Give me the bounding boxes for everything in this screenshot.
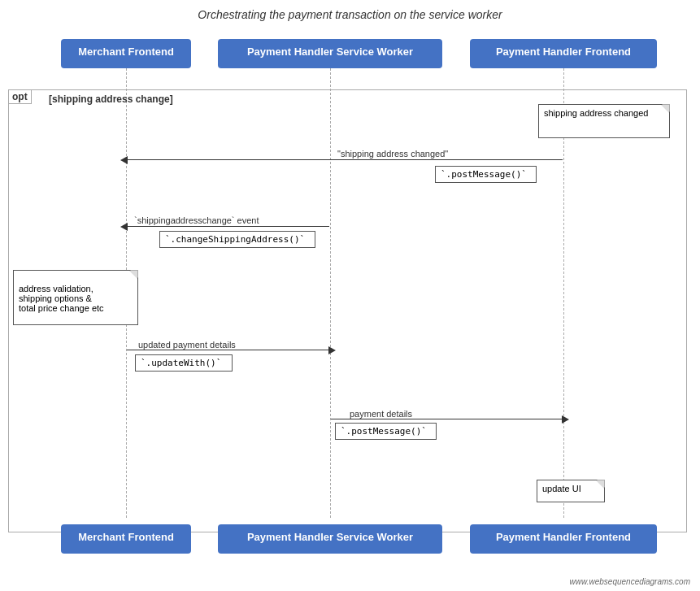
arrow2-label: `shippingaddresschange` event xyxy=(134,215,259,225)
method-postmessage2: `.postMessage()` xyxy=(335,423,437,440)
arrow1-line xyxy=(127,159,563,160)
arrow1-label: "shipping address changed" xyxy=(337,149,448,159)
note-address-validation: address validation, shipping options & t… xyxy=(13,270,138,325)
opt-label: opt xyxy=(8,89,32,104)
note-update-ui: update UI xyxy=(537,480,605,502)
opt-condition: [shipping address change] xyxy=(49,93,173,105)
method-changeshipping: `.changeShippingAddress()` xyxy=(159,231,315,248)
arrow2-line xyxy=(127,226,329,227)
participant-phfe-bottom: Payment Handler Frontend xyxy=(470,524,657,554)
diagram-container: Orchestrating the payment transaction on… xyxy=(0,0,700,591)
arrow4-label: payment details xyxy=(350,409,412,419)
participant-phfe-top: Payment Handler Frontend xyxy=(470,39,657,68)
footer-text: www.websequencediagrams.com xyxy=(570,577,690,586)
method-updatewith: `.updateWith()` xyxy=(135,354,233,372)
arrow3-label: updated payment details xyxy=(138,340,236,350)
arrow3-line xyxy=(127,350,329,350)
arrow4-line xyxy=(331,419,563,419)
note-shipping-changed: shipping address changed xyxy=(538,104,670,138)
participant-merchant-bottom: Merchant Frontend xyxy=(61,524,191,554)
method-postmessage1: `.postMessage()` xyxy=(435,166,537,183)
participant-phsw-bottom: Payment Handler Service Worker xyxy=(218,524,442,554)
participant-phsw-top: Payment Handler Service Worker xyxy=(218,39,442,68)
participant-merchant-top: Merchant Frontend xyxy=(61,39,191,68)
diagram-title: Orchestrating the payment transaction on… xyxy=(0,0,700,21)
